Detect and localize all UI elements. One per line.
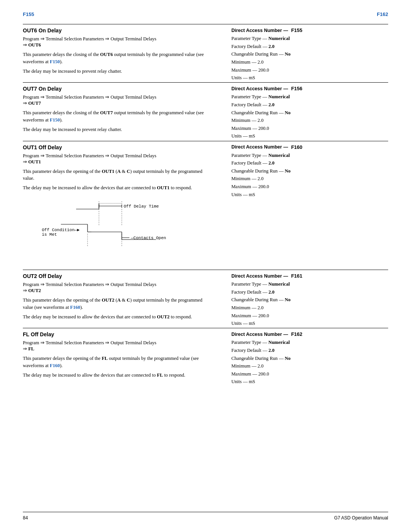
section-left-fl: FL Off Delay Program ⇒ Terminal Selectio…	[23, 331, 224, 386]
section-desc1-out2: This parameter delays the opening of the…	[23, 297, 212, 311]
minimum-out7: 2.0	[258, 118, 264, 123]
section-desc1-fl: This parameter delays the opening of the…	[23, 355, 212, 369]
changeable-out7: No	[285, 110, 290, 115]
timing-diagram-svg: .diag { font-family: 'Courier New', mono…	[38, 198, 167, 259]
maximum-out2: 200.0	[258, 313, 269, 318]
section-left-out1: OUT1 Off Delay Program ⇒ Terminal Select…	[23, 144, 224, 270]
section-left-out2: OUT2 Off Delay Program ⇒ Terminal Select…	[23, 273, 224, 328]
dan-value-out6: F155	[291, 27, 303, 33]
units-out1: mS	[249, 192, 255, 197]
dan-header-fl: Direct Access Number — F162	[231, 331, 388, 337]
svg-text:is Met: is Met	[42, 232, 57, 237]
changeable-fl: No	[285, 356, 290, 361]
link-f150-out7[interactable]: F150	[50, 117, 60, 123]
param-type-fl: Numerical	[268, 340, 290, 345]
changeable-out6: No	[285, 51, 290, 57]
right-details-out6: Parameter Type — Numerical Factory Defau…	[231, 35, 388, 82]
link-f150-out6[interactable]: F150	[50, 59, 60, 64]
nav-left[interactable]: F155	[23, 11, 34, 17]
factory-default-out6: 2.0	[269, 44, 275, 49]
dan-value-out1: F160	[291, 144, 303, 150]
svg-text:Off Condition—▶: Off Condition—▶	[42, 228, 80, 232]
right-details-out2: Parameter Type — Numerical Factory Defau…	[231, 280, 388, 328]
link-f160-out2[interactable]: F160	[70, 305, 80, 310]
section-desc2-out1: The delay may be increased to allow the …	[23, 184, 212, 192]
dan-label-out7: Direct Access Number —	[231, 86, 288, 91]
section-desc1-out6: This parameter delays the closing of the…	[23, 51, 212, 66]
maximum-out1: 200.0	[258, 184, 269, 189]
units-fl: mS	[249, 379, 255, 384]
section-desc2-fl: The delay may be increased to allow the …	[23, 372, 212, 379]
dan-header-out7: Direct Access Number — F156	[231, 86, 388, 91]
dan-value-out7: F156	[291, 86, 303, 91]
section-path-fl: Program ⇒ Terminal Selection Parameters …	[23, 340, 212, 352]
nav-right[interactable]: F162	[377, 11, 388, 17]
top-navigation: F155 F162	[23, 11, 388, 17]
section-right-out7: Direct Access Number — F156 Parameter Ty…	[224, 86, 388, 141]
factory-default-out1: 2.0	[269, 160, 275, 166]
right-details-fl: Parameter Type — Numerical Factory Defau…	[231, 339, 388, 386]
section-desc1-out7: This parameter delays the closing of the…	[23, 109, 212, 124]
section-right-out6: Direct Access Number — F155 Parameter Ty…	[224, 27, 388, 82]
section-desc2-out2: The delay may be increased to allow the …	[23, 313, 212, 321]
dan-label-out6: Direct Access Number —	[231, 28, 288, 33]
section-desc1-out1: This parameter delays the opening of the…	[23, 168, 212, 182]
section-fl-off-delay: FL Off Delay Program ⇒ Terminal Selectio…	[23, 328, 388, 386]
dan-header-out6: Direct Access Number — F155	[231, 27, 388, 33]
dan-value-fl: F162	[291, 331, 303, 337]
section-desc2-out6: The delay may be increased to prevent re…	[23, 68, 212, 75]
minimum-out6: 2.0	[258, 59, 264, 65]
section-out1-off-delay: OUT1 Off Delay Program ⇒ Terminal Select…	[23, 141, 388, 270]
section-path-out7: Program ⇒ Terminal Selection Parameters …	[23, 94, 212, 106]
svg-text:Off Delay Time: Off Delay Time	[124, 204, 159, 209]
right-details-out7: Parameter Type — Numerical Factory Defau…	[231, 93, 388, 140]
section-desc2-out7: The delay may be increased to prevent re…	[23, 126, 212, 133]
link-f160-fl[interactable]: F160	[50, 363, 60, 368]
units-out6: mS	[249, 75, 255, 80]
section-title-out7: OUT7 On Delay	[23, 86, 212, 92]
footer: 84 G7 ASD Operation Manual	[23, 512, 388, 521]
section-right-out1: Direct Access Number — F160 Parameter Ty…	[224, 144, 388, 270]
section-path-out2: Program ⇒ Terminal Selection Parameters …	[23, 281, 212, 294]
section-out6-on-delay: OUT6 On Delay Program ⇒ Terminal Selecti…	[23, 24, 388, 82]
param-type-out7: Numerical	[268, 94, 290, 99]
dan-header-out2: Direct Access Number — F161	[231, 273, 388, 279]
section-out7-on-delay: OUT7 On Delay Program ⇒ Terminal Selecti…	[23, 82, 388, 141]
dan-value-out2: F161	[291, 273, 303, 279]
right-details-out1: Parameter Type — Numerical Factory Defau…	[231, 152, 388, 199]
changeable-out1: No	[285, 168, 290, 174]
svg-text:—Contacts Open: —Contacts Open	[131, 236, 166, 240]
factory-default-out7: 2.0	[269, 102, 275, 107]
dan-label-out2: Direct Access Number —	[231, 273, 288, 279]
section-right-out2: Direct Access Number — F161 Parameter Ty…	[224, 273, 388, 328]
factory-default-out2: 2.0	[269, 289, 275, 295]
section-title-out1: OUT1 Off Delay	[23, 144, 212, 150]
section-out2-off-delay: OUT2 Off Delay Program ⇒ Terminal Select…	[23, 270, 388, 328]
section-title-fl: FL Off Delay	[23, 331, 212, 337]
maximum-out6: 200.0	[258, 67, 269, 73]
section-left-out6: OUT6 On Delay Program ⇒ Terminal Selecti…	[23, 27, 224, 82]
dan-header-out1: Direct Access Number — F160	[231, 144, 388, 150]
units-out2: mS	[249, 321, 255, 326]
factory-default-fl: 2.0	[269, 348, 275, 353]
page: F155 F162 OUT6 On Delay Program ⇒ Termin…	[0, 0, 411, 532]
changeable-out2: No	[285, 297, 290, 302]
section-title-out2: OUT2 Off Delay	[23, 273, 212, 279]
param-type-out1: Numerical	[268, 153, 290, 158]
section-title-out6: OUT6 On Delay	[23, 27, 212, 34]
dan-label-fl: Direct Access Number —	[231, 332, 288, 337]
section-left-out7: OUT7 On Delay Program ⇒ Terminal Selecti…	[23, 86, 224, 141]
maximum-fl: 200.0	[258, 371, 269, 377]
units-out7: mS	[249, 133, 255, 139]
param-type-out2: Numerical	[268, 281, 290, 287]
section-right-fl: Direct Access Number — F162 Parameter Ty…	[224, 331, 388, 386]
page-number: 84	[23, 515, 28, 521]
minimum-fl: 2.0	[258, 363, 264, 369]
section-path-out1: Program ⇒ Terminal Selection Parameters …	[23, 153, 212, 165]
minimum-out1: 2.0	[258, 176, 264, 181]
maximum-out7: 200.0	[258, 126, 269, 131]
section-path-out6: Program ⇒ Terminal Selection Parameters …	[23, 36, 212, 48]
minimum-out2: 2.0	[258, 305, 264, 310]
param-type-out6: Numerical	[268, 36, 290, 41]
timing-diagram: .diag { font-family: 'Courier New', mono…	[38, 198, 212, 260]
